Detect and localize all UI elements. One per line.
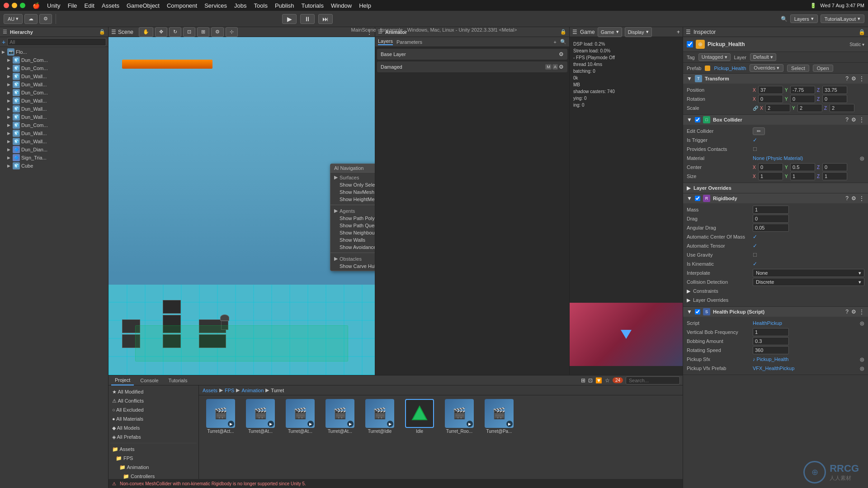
path-assets[interactable]: Assets	[203, 388, 217, 393]
asset-turret-at1[interactable]: 🎬 ▶ Turret@At...	[242, 399, 278, 434]
provides-contacts-check[interactable]: ☐	[753, 146, 757, 152]
maximize-button[interactable]	[20, 3, 25, 8]
asset-turret-pa[interactable]: 🎬 ▶ Turret@Pa...	[481, 399, 517, 434]
tree-item-6[interactable]: ▶ 🧊 Dun_Wall...	[0, 105, 108, 113]
play-btn-0[interactable]: ▶	[228, 421, 234, 427]
use-gravity-check[interactable]: ☐	[753, 252, 757, 258]
health-pickup-settings[interactable]: ⚙	[851, 309, 856, 315]
hierarchy-search[interactable]	[7, 38, 106, 46]
menu-services[interactable]: Services	[204, 2, 227, 9]
account-button[interactable]: AU ▾	[4, 14, 23, 24]
step-button[interactable]: ⏭	[318, 14, 333, 24]
material-value[interactable]: None (Physic Material)	[753, 155, 803, 161]
animator-tab-layers[interactable]: Layers	[378, 38, 393, 45]
show-carve-hull[interactable]: Show Carve Hull ✓	[330, 263, 375, 270]
sidebar-assets[interactable]: 📁 Assets	[110, 445, 197, 454]
layer-dropdown[interactable]: Default ▾	[750, 53, 776, 61]
asset-turret-at3[interactable]: 🎬 ▶ Turret@At...	[322, 399, 358, 434]
play-btn-6[interactable]: ▶	[467, 421, 473, 427]
move-tool[interactable]: ✥	[155, 27, 167, 37]
search-icon[interactable]: 🔍	[781, 16, 788, 22]
tab-console[interactable]: Console	[137, 375, 162, 385]
pos-z-val[interactable]: 33.75	[822, 86, 847, 94]
inspector-lock[interactable]: 🔒	[859, 29, 865, 35]
pickup-sfx-value[interactable]: ♪ Pickup_Health	[753, 357, 789, 362]
sidebar-all-conflicts[interactable]: ⚠ All Conflicts	[110, 396, 197, 405]
angular-drag-val[interactable]: 0.05	[753, 224, 789, 232]
rb-layer-overrides-label[interactable]: Layer Overrides	[693, 297, 756, 303]
play-btn-1[interactable]: ▶	[268, 421, 274, 427]
play-btn-2[interactable]: ▶	[307, 421, 314, 427]
health-pickup-more[interactable]: ⋮	[859, 309, 864, 315]
size-y-val[interactable]: 1	[790, 172, 815, 180]
tree-item-3[interactable]: ▶ 🧊 Dun_Wall...	[0, 80, 108, 89]
rotating-speed-val[interactable]: 360	[753, 346, 789, 354]
minimize-button[interactable]	[12, 3, 17, 8]
scale-y-val[interactable]: 2	[797, 104, 822, 112]
bob-freq-val[interactable]: 1	[753, 328, 789, 336]
static-badge[interactable]: Static ▾	[849, 42, 864, 47]
game-menu-icon[interactable]: ☰	[572, 29, 577, 35]
transform-more[interactable]: ⋮	[859, 75, 864, 82]
layout-dropdown[interactable]: TutorialLayout ▾	[821, 14, 864, 23]
show-avoidance[interactable]: Show Avoidance ✓	[330, 244, 375, 251]
pos-y-val[interactable]: -7.75	[790, 86, 815, 94]
script-target[interactable]: ◎	[860, 320, 864, 326]
collision-detection-dropdown[interactable]: Discrete ▾	[753, 278, 864, 286]
menu-edit[interactable]: Edit	[85, 2, 94, 9]
tree-item-9[interactable]: ▶ 🧊 Dun_Wall...	[0, 129, 108, 137]
box-collider-header[interactable]: ▼ □ Box Collider ? ⚙ ⋮	[683, 115, 868, 125]
agents-header[interactable]: ▶ Agents	[330, 207, 375, 215]
bottom-star-icon[interactable]: ☆	[605, 377, 610, 384]
hierarchy-item-camera[interactable]: ▶ 📷 Flo...	[0, 48, 108, 56]
transform-settings[interactable]: ⚙	[851, 75, 856, 82]
rotate-tool[interactable]: ↻	[169, 27, 181, 37]
box-collider-help[interactable]: ?	[845, 117, 849, 123]
base-layer-item[interactable]: Base Layer ⚙	[377, 49, 567, 60]
prefab-open-btn[interactable]: Open	[813, 65, 833, 72]
rigidbody-settings[interactable]: ⚙	[851, 195, 856, 202]
tree-item-cube[interactable]: ▶ 🧊 Cube	[0, 162, 108, 170]
auto-center-check[interactable]: ✓	[753, 234, 757, 240]
asset-turret-at2[interactable]: 🎬 ▶ Turret@At...	[282, 399, 318, 434]
prefab-overrides-btn[interactable]: Overrides ▾	[750, 64, 783, 72]
rot-z-val[interactable]: 0	[822, 95, 847, 103]
transform-help[interactable]: ?	[845, 75, 849, 82]
obj-active-checkbox[interactable]	[687, 41, 693, 47]
tree-item-4[interactable]: ▶ 🧊 Dun_Com...	[0, 89, 108, 97]
scale-x-val[interactable]: 2	[765, 104, 790, 112]
tree-item-1[interactable]: ▶ 🧊 Dun_Com...	[0, 64, 108, 72]
rigidbody-help[interactable]: ?	[845, 195, 849, 202]
sidebar-all-models[interactable]: ◆ All Models	[110, 423, 197, 432]
health-pickup-enabled[interactable]	[695, 309, 700, 314]
path-fps[interactable]: FPS	[225, 388, 234, 393]
size-z-val[interactable]: 1	[822, 172, 847, 180]
show-path-polygons[interactable]: Show Path Polygons ✓	[330, 215, 375, 222]
sidebar-all-prefabs[interactable]: ◈ All Prefabs	[110, 432, 197, 441]
animator-add-icon[interactable]: +	[554, 39, 557, 45]
show-walls[interactable]: Show Walls ✓	[330, 236, 375, 244]
material-target[interactable]: ◎	[860, 155, 864, 161]
ai-nav-menu[interactable]: AI Navigation ▶ Surfaces Show Only Selec…	[330, 164, 375, 271]
script-value[interactable]: HealthPickup	[753, 320, 782, 326]
tree-item-11[interactable]: ▶ 🔷 Dun_Dian...	[0, 145, 108, 154]
tree-item-5[interactable]: ▶ 🧊 Dun_Wall...	[0, 97, 108, 105]
tree-item-12[interactable]: ▶ 🔷 Sign_Tria...	[0, 154, 108, 162]
scale-tool[interactable]: ⊡	[183, 27, 195, 37]
menu-publish[interactable]: Publish	[275, 2, 294, 9]
mass-val[interactable]: 1	[753, 206, 789, 214]
box-collider-enabled[interactable]	[695, 117, 700, 122]
edit-collider-btn[interactable]: ✏	[753, 127, 765, 135]
sidebar-all-materials[interactable]: ● All Materials	[110, 414, 197, 423]
show-heightmesh[interactable]: Show HeightMesh ✓	[330, 196, 375, 203]
pickup-vfx-value[interactable]: VFX_HealthPickup	[753, 366, 794, 371]
hierarchy-lock-icon[interactable]: 🔒	[99, 29, 105, 35]
size-x-val[interactable]: 1	[758, 172, 783, 180]
tree-item-8[interactable]: ▶ 🧊 Dun_Com...	[0, 121, 108, 129]
box-collider-more[interactable]: ⋮	[859, 117, 864, 123]
scene-view[interactable]: AI Navigation ▶ Surfaces Show Only Selec…	[108, 37, 375, 375]
tree-item-2[interactable]: ▶ 🧊 Dun_Wall...	[0, 72, 108, 80]
obj-name-field[interactable]	[708, 41, 847, 47]
pos-x-val[interactable]: 37	[758, 86, 783, 94]
tree-item-7[interactable]: ▶ 🧊 Dun_Wall...	[0, 113, 108, 121]
